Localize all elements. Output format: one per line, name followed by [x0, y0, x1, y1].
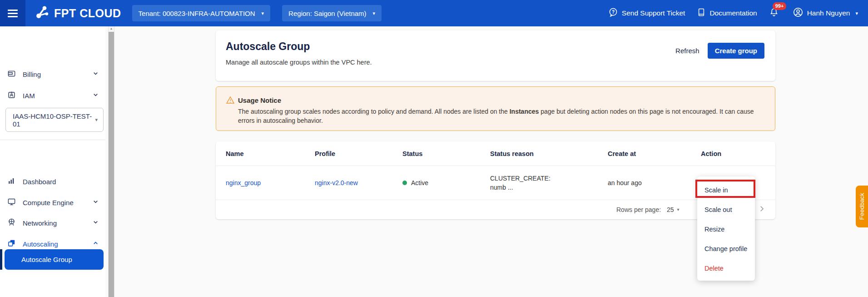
- autoscale-group-table-card: Name Profile Status Status reason Create…: [216, 141, 775, 219]
- avatar-icon: [793, 7, 804, 20]
- caret-down-icon: ▾: [262, 11, 264, 16]
- bell-icon: [769, 11, 779, 19]
- sidebar-item-iam[interactable]: IAM: [0, 85, 105, 106]
- table-header-row: Name Profile Status Status reason Create…: [216, 141, 775, 166]
- bar-chart-icon: [7, 176, 16, 186]
- menu-item-delete[interactable]: Delete: [697, 258, 755, 278]
- page-header-card: Autoscale Group Manage all autoscale gro…: [216, 30, 775, 81]
- caret-down-icon: ▾: [855, 10, 858, 16]
- status-cell: Active: [402, 179, 428, 186]
- send-support-ticket-label: Send Support Ticket: [622, 9, 685, 17]
- column-header-status-reason: Status reason: [490, 141, 534, 166]
- create-at-cell: an hour ago: [608, 179, 642, 186]
- documentation-link[interactable]: Documentation: [697, 8, 757, 19]
- page-subtitle: Manage all autoscale groups within the V…: [226, 59, 372, 66]
- rows-per-page-value: 25: [667, 206, 674, 213]
- profile-link[interactable]: nginx-v2.0-new: [315, 179, 358, 186]
- notice-body: The autoscaling group scales nodes accor…: [238, 107, 760, 125]
- menu-item-resize[interactable]: Resize: [697, 219, 755, 239]
- caret-down-icon: ▾: [677, 207, 680, 212]
- documentation-label: Documentation: [709, 9, 757, 17]
- sidebar-subitem-label: Autoscale Group: [21, 256, 72, 263]
- notification-badge: 99+: [773, 2, 787, 10]
- region-selector-label: Region: Saigon (Vietnam): [288, 10, 367, 17]
- column-header-profile: Profile: [315, 141, 335, 166]
- sidebar-item-label: Autoscaling: [23, 240, 58, 248]
- wallet-icon: [7, 69, 16, 79]
- document-icon: [697, 8, 706, 19]
- fpt-network-logo-icon: [35, 5, 50, 22]
- menu-item-scale-in[interactable]: Scale in: [697, 180, 755, 200]
- status-dot-icon: [402, 181, 407, 185]
- scrollbar-up-arrow-icon[interactable]: ▲: [109, 27, 114, 30]
- status-reason-line2: numb ...: [490, 183, 551, 192]
- sidebar-scrollbar[interactable]: ▲: [108, 26, 114, 297]
- column-header-action: Action: [701, 141, 721, 166]
- hamburger-menu-icon[interactable]: [0, 0, 25, 26]
- vpc-selector-value: IAAS-HCM10-OSP-TEST-01: [13, 112, 95, 128]
- page-title: Autoscale Group: [226, 40, 310, 53]
- tenant-selector-label: Tenant: 000823-INFRA-AUTOMATION: [139, 10, 255, 17]
- chevron-down-icon: [92, 70, 99, 78]
- menu-item-change-profile[interactable]: Change profile: [697, 239, 755, 258]
- sidebar-item-compute-engine[interactable]: Compute Engine: [0, 192, 105, 213]
- table-row: nginx_group nginx-v2.0-new Active CLUSTE…: [216, 166, 775, 200]
- sidebar-item-dashboard[interactable]: Dashboard: [0, 171, 105, 192]
- refresh-button[interactable]: Refresh: [675, 47, 699, 55]
- tenant-selector[interactable]: Tenant: 000823-INFRA-AUTOMATION ▾: [132, 5, 271, 21]
- sidebar-item-label: Billing: [23, 70, 41, 78]
- column-header-status: Status: [402, 141, 422, 166]
- column-header-create-at: Create at: [608, 141, 636, 166]
- warning-triangle-icon: [226, 96, 235, 106]
- monitor-icon: [7, 197, 16, 207]
- usage-notice-banner: Usage Notice The autoscaling group scale…: [216, 86, 775, 131]
- globe-network-icon: [7, 218, 16, 228]
- scrollbar-thumb[interactable]: [109, 32, 114, 297]
- caret-down-icon: ▾: [95, 117, 98, 123]
- sidebar-divider: [0, 140, 105, 140]
- send-support-ticket-link[interactable]: ? Send Support Ticket: [608, 7, 685, 19]
- status-label: Active: [411, 179, 428, 186]
- selected-item-indicator: [0, 249, 2, 270]
- notice-title: Usage Notice: [238, 96, 281, 104]
- chevron-up-icon: [92, 240, 99, 248]
- status-reason-cell: CLUSTER_CREATE: numb ...: [490, 174, 551, 192]
- user-menu[interactable]: Hanh Nguyen ▾: [793, 7, 858, 20]
- top-navbar: FPT CLOUD Tenant: 000823-INFRA-AUTOMATIO…: [0, 0, 868, 26]
- brand-logo[interactable]: FPT CLOUD: [35, 5, 121, 22]
- table-pagination: Rows per page: 25 ▾: [216, 200, 775, 219]
- notice-body-bold: Instances: [510, 108, 539, 115]
- feedback-label: Feedback: [858, 193, 865, 220]
- create-group-button[interactable]: Create group: [708, 43, 764, 59]
- chevron-down-icon: [92, 198, 99, 206]
- brand-text: FPT CLOUD: [54, 7, 121, 20]
- svg-text:?: ?: [612, 10, 615, 15]
- app-root: FPT CLOUD Tenant: 000823-INFRA-AUTOMATIO…: [0, 0, 868, 297]
- sidebar-item-label: Dashboard: [23, 178, 56, 186]
- header-actions: Refresh Create group: [675, 43, 764, 59]
- column-header-name: Name: [226, 141, 244, 166]
- notice-body-text: The autoscaling group scales nodes accor…: [238, 108, 510, 115]
- sidebar-item-label: Compute Engine: [23, 199, 74, 206]
- feedback-tab[interactable]: Feedback: [856, 186, 868, 227]
- region-selector[interactable]: Region: Saigon (Vietnam) ▾: [282, 5, 382, 21]
- caret-down-icon: ▾: [373, 11, 376, 16]
- sidebar-item-networking[interactable]: Networking: [0, 212, 105, 233]
- notifications-button[interactable]: 99+: [769, 7, 779, 19]
- group-name-link[interactable]: nginx_group: [226, 179, 261, 186]
- next-page-button[interactable]: [758, 205, 766, 215]
- sidebar-item-label: IAM: [23, 92, 35, 100]
- sidebar-item-billing[interactable]: Billing: [0, 64, 105, 85]
- status-reason-line1: CLUSTER_CREATE:: [490, 174, 551, 183]
- action-context-menu: Scale in Scale out Resize Change profile…: [697, 176, 755, 281]
- id-badge-icon: [7, 91, 16, 101]
- sidebar-item-autoscale-group[interactable]: Autoscale Group: [5, 249, 104, 270]
- rows-per-page-label: Rows per page:: [616, 206, 661, 213]
- rows-per-page-select[interactable]: 25 ▾: [667, 206, 680, 213]
- vpc-selector[interactable]: IAAS-HCM10-OSP-TEST-01 ▾: [5, 108, 104, 132]
- menu-item-scale-out[interactable]: Scale out: [697, 200, 755, 219]
- support-chat-question-icon: ?: [608, 7, 618, 19]
- chevron-down-icon: [92, 219, 99, 227]
- autoscaling-squares-icon: [7, 239, 16, 249]
- sidebar: Billing IAM: [0, 26, 105, 297]
